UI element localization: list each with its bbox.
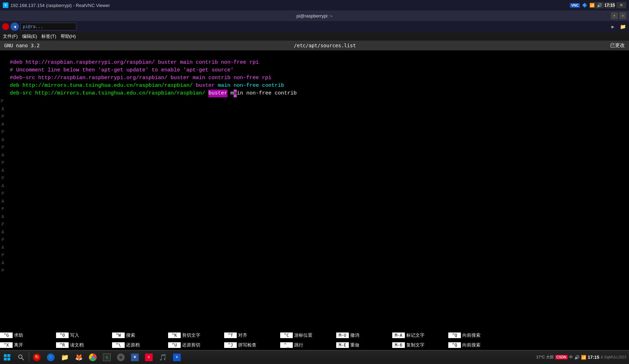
line-5-buster: buster — [208, 90, 227, 97]
nano-filename: /etc/apt/sources.list — [294, 43, 356, 48]
taskbar-separator — [29, 352, 29, 362]
address-bar-row: ◀ ▶ 📁 — [0, 21, 629, 32]
taskbar-browser-1[interactable]: 🔵 — [44, 351, 58, 364]
shortcut-write: ^O 写入 — [56, 330, 112, 340]
editor-line-28: A — [0, 259, 629, 267]
taskbar-raspberry[interactable]: 🍓 — [30, 351, 44, 364]
menu-tabs[interactable]: 标签(T) — [41, 33, 56, 40]
shortcut-mark: M-A 标记文字 — [392, 330, 448, 340]
shortcut-exit: ^X 离开 — [0, 340, 56, 350]
editor-line-10: A — [0, 120, 629, 128]
editor-line-3: #deb-src http://raspbian.raspberrypi.org… — [0, 74, 629, 82]
taskbar-sigmull: & SigMULL2023 — [601, 355, 626, 359]
editor-line-4: deb http://mirrors.tuna.tsinghua.edu.cn/… — [0, 82, 629, 90]
line-5-space: m — [227, 90, 234, 97]
nano-version: GNU nano 3.2 — [4, 43, 40, 48]
shortcut-cursor-pos: ^C 游标位置 — [280, 330, 336, 340]
shortcut-row-1: ^G 求助 ^O 写入 ^W 搜索 ^K 剪切文字 ^T 对齐 ^C 游标位置 … — [0, 330, 629, 340]
editor-line-11: P — [0, 128, 629, 136]
taskbar-right: 17°C 大部 CSDN 中 🔊 📶 17:15 & SigMULL2023 — [536, 355, 629, 360]
taskbar-input-method: 中 — [569, 355, 573, 360]
window-title: 192.168.137.154 (raspberrypi) - RealVNC … — [11, 3, 110, 8]
nano-header: GNU nano 3.2 /etc/apt/sources.list 已更改 — [0, 41, 629, 50]
editor-line-8: A — [0, 105, 629, 113]
editor-line-23: P — [0, 220, 629, 228]
taskbar-terminal[interactable]: $ — [100, 351, 114, 364]
taskbar-firefox[interactable]: 🦊 — [72, 351, 86, 364]
vnc-connection-title: pi@raspberrypi: ~ — [296, 13, 332, 19]
shortcut-cut: ^K 剪切文字 — [168, 330, 224, 340]
folder-icon: 📁 — [618, 22, 627, 31]
taskbar-word[interactable]: W — [128, 351, 142, 364]
menu-help[interactable]: 帮助(H) — [61, 33, 76, 40]
line-2-text: # Uncomment line below then 'apt-get upd… — [10, 66, 234, 74]
nano-modified-status: 已更改 — [610, 42, 625, 49]
taskbar-app-start[interactable] — [0, 351, 14, 364]
shortcut-replace: ^\ 还原档 — [112, 340, 168, 350]
taskbar-csdn: CSDN — [555, 355, 568, 359]
svg-rect-1 — [4, 354, 7, 357]
vnc-logo-badge: VNC — [570, 3, 580, 8]
title-bar-left: V 192.168.137.154 (raspberrypi) - RealVN… — [3, 2, 110, 8]
taskbar-vnc[interactable]: V — [170, 351, 184, 364]
editor-line-20: A — [0, 197, 629, 205]
shortcut-uncut: ^U 还原剪切 — [168, 340, 224, 350]
taskbar-redapp[interactable]: C — [142, 351, 156, 364]
menu-edit[interactable]: 编辑(E) — [22, 33, 37, 40]
menu-bar: 文件(F) 编辑(E) 标签(T) 帮助(H) — [0, 32, 629, 41]
taskbar-files[interactable]: 📁 — [58, 351, 72, 364]
shortcut-redo: M-E 重做 — [336, 340, 392, 350]
line-1-text: #deb http://raspbian.raspberrypi.org/ras… — [10, 59, 259, 66]
editor-line-22: A — [0, 213, 629, 220]
lines-container: #deb http://raspbian.raspberrypi.org/ras… — [0, 51, 629, 274]
taskbar-icons: ▶ 📁 — [609, 22, 627, 31]
svg-rect-4 — [7, 358, 10, 360]
taskbar-settings[interactable]: ⚙ — [114, 351, 128, 364]
editor-line-29: P — [0, 267, 629, 274]
line-5-deb-src: deb-src http://mirrors.tuna.tsinghua.edu… — [10, 90, 208, 97]
windows-taskbar: 🍓 🔵 📁 🦊 $ ⚙ W C 🎵 V 17°C 大部 CSDN 中 🔊 📶 1… — [0, 350, 629, 364]
shortcut-read: ^R 读文档 — [56, 340, 112, 350]
taskbar-music[interactable]: 🎵 — [156, 351, 170, 364]
taskbar-icon-2: 📶 — [581, 355, 586, 360]
menu-file[interactable]: 文件(F) — [3, 33, 18, 40]
terminal-icon: ▶ — [609, 22, 617, 31]
shortcut-help: ^G 求助 — [0, 330, 56, 340]
editor-line-21: P — [0, 205, 629, 213]
line-4-deb: deb http://mirrors.tuna.tsinghua.edu.cn/… — [10, 82, 196, 90]
cursor: a — [234, 90, 237, 97]
line-blank-1 — [0, 51, 629, 59]
editor-area[interactable]: #deb http://raspbian.raspberrypi.org/ras… — [0, 50, 629, 350]
shortcut-row-2: ^X 离开 ^R 读文档 ^\ 还原档 ^U 还原剪切 ^J 拼写检查 ^_ 跳… — [0, 340, 629, 350]
nav-back-button[interactable]: ◀ — [11, 22, 19, 31]
taskbar-app-search[interactable] — [14, 351, 28, 364]
line-5-rest: in non-free contrib — [237, 90, 297, 97]
svg-rect-2 — [7, 354, 10, 357]
shortcut-goto: ^_ 跳行 — [280, 340, 336, 350]
taskbar-temp: 17°C 大部 — [536, 355, 554, 360]
editor-line-25: P — [0, 236, 629, 244]
shortcut-copy: M-6 复制文字 — [392, 340, 448, 350]
clock: 17:15 — [604, 3, 615, 8]
vnc-collapse-btn[interactable]: ▾ — [611, 12, 618, 19]
shortcut-undo: M-U 撤消 — [336, 330, 392, 340]
editor-line-26: A — [0, 244, 629, 251]
editor-line-13: P — [0, 144, 629, 151]
bluetooth-icon: 🔷 — [582, 3, 587, 8]
svg-line-6 — [22, 358, 24, 360]
line-4-rest: main non-free contrib — [215, 82, 284, 90]
address-input[interactable] — [20, 23, 76, 30]
shortcut-search: ^W 搜索 — [112, 330, 168, 340]
shortcut-spell: ^J 拼写检查 — [224, 340, 280, 350]
editor-line-17: P — [0, 174, 629, 182]
line-4-buster: buster — [196, 82, 215, 90]
svg-point-0 — [4, 24, 8, 29]
close-button[interactable]: ✕ — [616, 2, 626, 8]
vnc-close-btn[interactable]: ✕ — [619, 12, 626, 19]
editor-line-15: P — [0, 159, 629, 167]
taskbar-chromium[interactable] — [86, 351, 100, 364]
vnc-toolbar: pi@raspberrypi: ~ ▾ ✕ — [0, 10, 629, 21]
editor-line-19: P — [0, 190, 629, 197]
speaker-icon: 🔊 — [597, 3, 602, 8]
editor-line-9: P — [0, 113, 629, 120]
